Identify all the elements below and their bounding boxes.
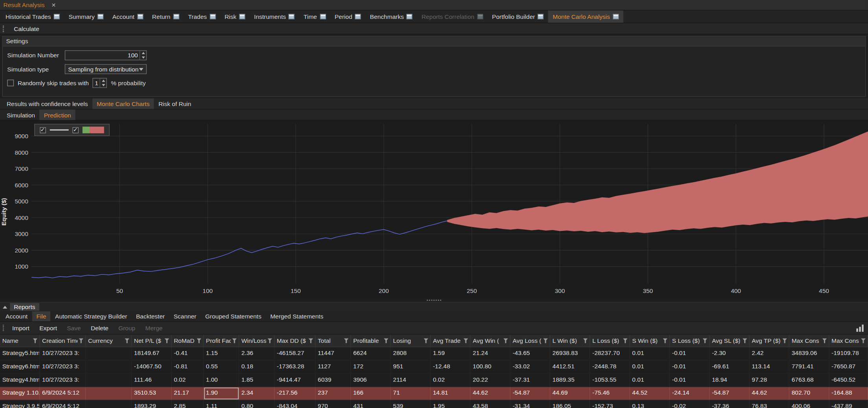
cell[interactable]: 1.59	[431, 347, 471, 360]
column-header-avg-loss-13[interactable]: Avg Loss (	[510, 335, 550, 347]
tab-prediction[interactable]: Prediction	[39, 110, 75, 120]
filter-funnel-icon[interactable]	[583, 338, 588, 343]
column-header-profit-fact-5[interactable]: Profit Fact	[204, 335, 239, 347]
cell[interactable]: 111.46	[132, 374, 171, 386]
tab-historical-trades[interactable]: Historical Trades	[1, 11, 64, 23]
tab-account[interactable]: Account	[1, 311, 32, 321]
cell[interactable]	[86, 360, 132, 373]
column-header-currency-2[interactable]: Currency	[86, 335, 132, 347]
tab-automatic-strategy-builder[interactable]: Automatic Strategy Builder	[51, 311, 132, 321]
column-header-profitable-9[interactable]: Profitable	[351, 335, 391, 347]
tab-merged-statements[interactable]: Merged Statements	[266, 311, 328, 321]
column-chart-icon[interactable]	[856, 324, 863, 331]
cell[interactable]: 802.70	[789, 387, 829, 400]
cell[interactable]: 2808	[391, 347, 430, 360]
cell[interactable]: -37.31	[510, 374, 550, 386]
cell[interactable]: 14.81	[431, 387, 471, 400]
skip-probability-value[interactable]	[93, 79, 100, 88]
cell[interactable]: -152.73	[590, 401, 630, 408]
tab-account[interactable]: Account	[108, 11, 148, 23]
cell[interactable]: 26938.83	[550, 347, 590, 360]
cell[interactable]: 18.94	[710, 374, 749, 386]
cell[interactable]: -6450.52	[829, 374, 868, 386]
column-header-max-cons-20[interactable]: Max Cons	[789, 335, 829, 347]
cell[interactable]: -0.81	[172, 360, 204, 373]
cell[interactable]: -54.87	[710, 387, 749, 400]
tab-scanner[interactable]: Scanner	[169, 311, 200, 321]
cell[interactable]: 6624	[351, 347, 391, 360]
cell[interactable]: 6763.68	[789, 374, 829, 386]
spin-up-icon[interactable]	[100, 79, 106, 83]
filter-funnel-icon[interactable]	[125, 338, 130, 343]
column-header-avg-win-12[interactable]: Avg Win (	[471, 335, 510, 347]
cell[interactable]: Strategy 3.9.5	[0, 401, 40, 408]
cell[interactable]: 172	[351, 360, 391, 373]
filter-funnel-icon[interactable]	[822, 338, 827, 343]
tab-monte-carlo-charts[interactable]: Monte Carlo Charts	[92, 99, 154, 109]
cell[interactable]: 6039	[316, 374, 351, 386]
cell[interactable]: -33.02	[510, 360, 550, 373]
filter-funnel-icon[interactable]	[742, 338, 747, 343]
cell[interactable]: -217.56	[274, 387, 315, 400]
tab-instruments[interactable]: Instruments	[250, 11, 299, 23]
tab-monte-carlo-analysis[interactable]: Monte Carlo Analysis	[548, 11, 623, 23]
table-row[interactable]: Strategy5.htm10/27/2023 3:18149.67-0.411…	[0, 347, 868, 360]
filter-funnel-icon[interactable]	[384, 338, 389, 343]
tab-simulation[interactable]: Simulation	[2, 110, 40, 120]
column-header-avg-trade-11[interactable]: Avg Trade	[431, 335, 471, 347]
column-header-win-loss-6[interactable]: Win/Loss	[239, 335, 274, 347]
cell[interactable]: -43.65	[510, 347, 550, 360]
tab-risk[interactable]: Risk	[220, 11, 250, 23]
import-button[interactable]: Import	[8, 324, 34, 333]
cell[interactable]: -437.89	[829, 401, 868, 408]
cell[interactable]: 1893.29	[132, 401, 171, 408]
cell[interactable]: -24.14	[670, 387, 710, 400]
cell[interactable]: 1.11	[204, 401, 239, 408]
filter-funnel-icon[interactable]	[503, 338, 508, 343]
cell[interactable]: 3906	[351, 374, 391, 386]
cell[interactable]: 539	[391, 401, 430, 408]
filter-funnel-icon[interactable]	[663, 338, 668, 343]
cell[interactable]: -1053.55	[590, 374, 630, 386]
cell[interactable]: 113.14	[750, 360, 789, 373]
column-header-avg-sl-18[interactable]: Avg SL ($)	[710, 335, 749, 347]
cell[interactable]: 0.55	[204, 360, 239, 373]
column-header-name-0[interactable]: Name	[0, 335, 40, 347]
filter-funnel-icon[interactable]	[344, 338, 349, 343]
cell[interactable]: -12.48	[431, 360, 471, 373]
cell[interactable]: -54.87	[510, 387, 550, 400]
cell[interactable]: 6/9/2024 5:12	[40, 387, 86, 400]
calculate-button[interactable]: Calculate	[9, 24, 44, 33]
table-row[interactable]: Strategy 1.10.6/9/2024 5:123510.5321.171…	[0, 387, 868, 401]
tab-risk-of-ruin[interactable]: Risk of Ruin	[154, 99, 196, 109]
cell[interactable]: Strategy4.htm	[0, 374, 40, 386]
filter-funnel-icon[interactable]	[232, 338, 237, 343]
column-header-l-win-14[interactable]: L Win ($)	[550, 335, 590, 347]
cell[interactable]: 1.85	[239, 374, 274, 386]
cell[interactable]: 1.95	[431, 401, 471, 408]
cell[interactable]: 186.05	[550, 401, 590, 408]
filter-funnel-icon[interactable]	[702, 338, 708, 343]
cell[interactable]: 0.02	[172, 374, 204, 386]
filter-funnel-icon[interactable]	[423, 338, 428, 343]
filter-funnel-icon[interactable]	[308, 338, 313, 343]
cell[interactable]: -0.02	[670, 401, 710, 408]
cell[interactable]: 0.02	[431, 374, 471, 386]
cell[interactable]: 0.01	[630, 347, 669, 360]
skip-trades-checkbox[interactable]	[7, 80, 14, 86]
filter-funnel-icon[interactable]	[197, 338, 202, 343]
column-header-max-cons-21[interactable]: Max Cons	[829, 335, 868, 347]
tab-results-with-confidence-levels[interactable]: Results with confidence levels	[2, 99, 92, 109]
cell[interactable]: 1889.35	[550, 374, 590, 386]
cell[interactable]: 18149.67	[132, 347, 171, 360]
cell[interactable]: 951	[391, 360, 430, 373]
cell[interactable]: -2.30	[710, 347, 749, 360]
toolbar-grip[interactable]	[3, 325, 6, 331]
spin-down-icon[interactable]	[140, 55, 146, 60]
cell[interactable]: -843.04	[274, 401, 315, 408]
cell[interactable]: 11447	[316, 347, 351, 360]
simulation-number-input[interactable]	[65, 50, 147, 60]
cell[interactable]	[86, 374, 132, 386]
filter-funnel-icon[interactable]	[79, 338, 84, 343]
cell[interactable]: Strategy6.htm	[0, 360, 40, 373]
